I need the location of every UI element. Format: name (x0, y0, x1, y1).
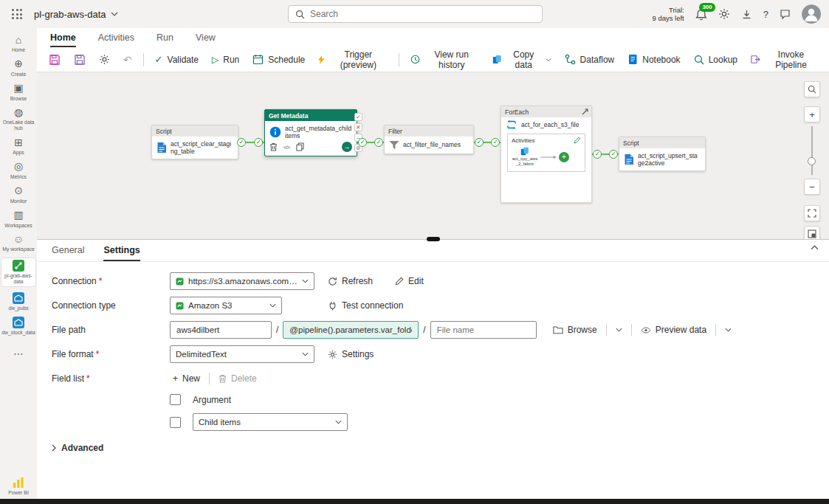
validate-button[interactable]: ✓ Validate (149, 50, 204, 69)
search-bar[interactable] (288, 5, 543, 23)
browse-options-button[interactable] (613, 321, 625, 339)
sidebar-item-my-workspace[interactable]: ☺ My workspace (1, 233, 36, 252)
expand-icon[interactable] (582, 108, 588, 115)
inner-copy-activity[interactable]: act_cpy_aws_2_fabric (512, 147, 538, 167)
create-icon: ⊕ (14, 58, 23, 70)
select-all-checkbox[interactable] (170, 394, 181, 405)
schedule-button[interactable]: Schedule (247, 50, 311, 69)
folder-parameter-input[interactable] (283, 321, 419, 339)
search-input[interactable] (310, 9, 535, 19)
field-row-checkbox[interactable] (170, 417, 181, 428)
advanced-section-toggle[interactable]: Advanced (52, 443, 829, 453)
sidebar-item-monitor[interactable]: ⊙ Monitor (1, 185, 36, 204)
monitor-icon: ⊙ (14, 185, 23, 197)
success-check-icon: ✓ (609, 150, 618, 159)
dataflow-button[interactable]: Dataflow (559, 50, 621, 69)
pipeline-canvas[interactable]: ✓ ✓ ✓ ✓ ✓ ✓ ✓ ✓ Script act_script_clear_… (37, 72, 829, 239)
edit-connection-button[interactable]: Edit (392, 272, 427, 290)
activity-node-script-upsert[interactable]: Script act_script_upsert_stage2active (619, 137, 706, 171)
fit-to-screen-button[interactable] (804, 205, 820, 221)
file-format-dropdown[interactable]: DelimitedText (170, 345, 314, 363)
activity-node-get-metadata[interactable]: Get Metadata act_get_metadata_childitems… (264, 109, 357, 156)
tab-run[interactable]: Run (156, 32, 173, 47)
on-success-port[interactable]: ✓ (354, 113, 362, 121)
sidebar-item-dw-pubs[interactable]: dw_pubs (1, 292, 36, 311)
preview-data-button[interactable]: Preview data (638, 321, 709, 339)
add-activity-button[interactable]: + (559, 152, 569, 162)
delete-field-button[interactable]: Delete (216, 370, 260, 387)
help-button[interactable]: ? (763, 9, 768, 20)
zoom-slider[interactable] (804, 126, 820, 175)
tab-activities[interactable]: Activities (98, 32, 134, 47)
lookup-button[interactable]: Lookup (688, 50, 743, 69)
sidebar-item-power-bi[interactable]: Power BI (1, 477, 36, 496)
account-avatar[interactable] (802, 4, 822, 24)
on-failure-port[interactable]: ✕ (354, 123, 362, 131)
sidebar-item-pl-grab-aws-data[interactable]: pl-grab-aws-data (1, 258, 36, 287)
trial-status: Trial: 9 days left (652, 6, 684, 23)
taskbar-strip (0, 499, 829, 504)
new-field-button[interactable]: + New (170, 370, 203, 387)
activity-node-filter[interactable]: Filter act_filter_file_names (384, 125, 474, 154)
add-next-activity-button[interactable]: → (342, 142, 352, 152)
folder-icon (553, 325, 563, 334)
sidebar-item-metrics[interactable]: ◎ Metrics (1, 161, 36, 180)
zoom-out-button[interactable]: − (804, 179, 820, 195)
browse-button[interactable]: Browse (550, 321, 600, 339)
settings-button[interactable] (718, 8, 730, 20)
sidebar-item-workspaces[interactable]: ▥ Workspaces (1, 210, 36, 229)
connection-type-dropdown[interactable]: Amazon S3 (170, 297, 282, 314)
preview-options-button[interactable] (722, 321, 735, 339)
view-run-history-button[interactable]: View run history (405, 50, 485, 69)
sidebar-item-browse[interactable]: ▣ Browse (1, 83, 36, 102)
activity-name: act_filter_file_names (403, 141, 461, 148)
minimap-button[interactable] (804, 226, 820, 239)
code-icon[interactable]: </> (283, 145, 290, 150)
tab-settings[interactable]: Settings (103, 245, 140, 261)
zoom-slider-knob[interactable] (808, 157, 816, 165)
success-check-icon: ✓ (593, 150, 602, 159)
pipeline-title-menu[interactable]: pl-grab-aws-data (34, 9, 118, 20)
save-button[interactable] (43, 50, 66, 69)
tab-view[interactable]: View (196, 32, 216, 47)
app-launcher-button[interactable] (0, 0, 34, 28)
panel-resize-handle[interactable] (427, 237, 440, 241)
pipeline-settings-button[interactable] (93, 50, 116, 69)
zoom-in-button[interactable]: + (804, 106, 820, 122)
sidebar-item-apps[interactable]: ⊞ Apps (1, 137, 36, 156)
sidebar-item-onelake[interactable]: ◍ OneLake data hub (1, 106, 36, 131)
notifications-button[interactable]: 300 (695, 8, 707, 21)
test-connection-button[interactable]: Test connection (325, 297, 406, 314)
calendar-icon (252, 54, 264, 65)
clone-activity-icon[interactable] (296, 142, 304, 151)
downloads-button[interactable] (741, 9, 752, 20)
child-items-dropdown[interactable]: Child items (193, 413, 348, 431)
activity-node-script-clear-staging[interactable]: Script act_script_clear_staging_table (151, 125, 238, 159)
connection-dropdown[interactable]: https://s3.amazonaws.com john (170, 272, 314, 290)
tab-general[interactable]: General (52, 245, 84, 261)
sidebar-item-more[interactable]: ⋯ (1, 348, 36, 359)
copy-data-button[interactable]: Copy data (486, 50, 557, 69)
tab-home[interactable]: Home (50, 32, 76, 47)
edit-activities-icon[interactable] (574, 137, 581, 144)
invoke-pipeline-button[interactable]: Invoke Pipeline (745, 50, 823, 69)
activity-node-foreach[interactable]: ForEach act_for_each_s3_file Activities … (501, 106, 592, 203)
run-button[interactable]: ▷ Run (206, 50, 245, 69)
canvas-search-button[interactable] (804, 81, 820, 97)
sidebar-item-dw-stock-data[interactable]: dw_stock_data (1, 317, 36, 336)
delete-activity-icon[interactable] (269, 142, 278, 151)
foreach-activities-container[interactable]: Activities act_cpy_aws_2_fabric + (507, 134, 585, 172)
file-name-input[interactable] (430, 321, 537, 339)
eye-icon (641, 327, 651, 334)
sidebar-item-create[interactable]: ⊕ Create (1, 58, 36, 77)
trigger-button[interactable]: Trigger (preview) (312, 50, 393, 69)
bucket-input[interactable] (170, 321, 272, 339)
sidebar-item-home[interactable]: ⌂ Home (1, 34, 36, 53)
collapse-panel-button[interactable] (811, 245, 819, 250)
refresh-button[interactable]: Refresh (325, 272, 376, 290)
undo-button[interactable]: ↶ (117, 50, 138, 69)
format-settings-button[interactable]: Settings (325, 345, 376, 363)
feedback-button[interactable] (780, 9, 791, 20)
save-as-button[interactable] (68, 50, 92, 69)
notebook-button[interactable]: Notebook (622, 50, 686, 69)
